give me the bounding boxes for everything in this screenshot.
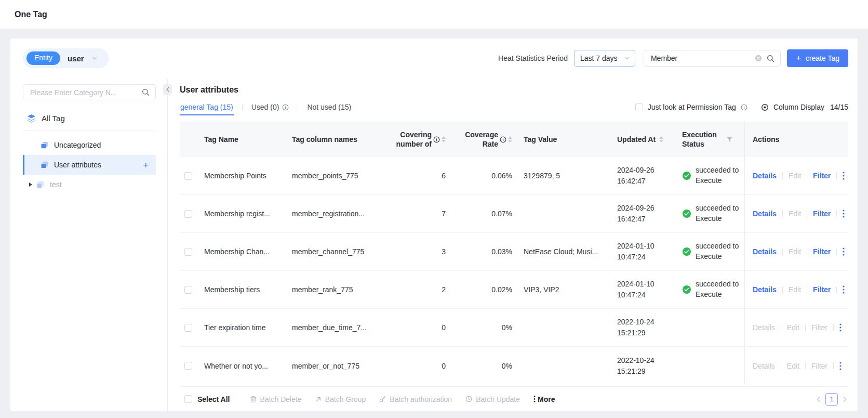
action-divider: [781, 324, 781, 331]
filter-link[interactable]: Filter: [813, 285, 831, 294]
sort-control[interactable]: [508, 136, 512, 142]
caret-right-icon[interactable]: [29, 182, 32, 187]
column-display-control[interactable]: Column Display 14/15: [761, 103, 848, 111]
coverage-rate-cell: 0%: [446, 362, 512, 370]
table-row: Membership regist... member_registration…: [180, 195, 848, 233]
covering-number-cell: 2: [380, 285, 446, 294]
chevron-left-icon: [166, 87, 170, 92]
tag-value-cell: 3129879, 5: [512, 172, 606, 180]
permission-label: Just look at Permission Tag: [648, 103, 736, 111]
execution-status-badge: succeeded to Execute: [682, 279, 744, 299]
row-more-actions-icon[interactable]: [843, 210, 845, 218]
clear-icon[interactable]: [755, 55, 762, 62]
details-link[interactable]: Details: [753, 247, 777, 256]
edit-link: Edit: [787, 323, 799, 332]
sidebar-item-all-tag[interactable]: All Tag: [27, 114, 156, 123]
tag-name-cell: Membership tiers: [200, 285, 284, 294]
row-actions: Details Edit Filter: [744, 347, 848, 385]
filter-link[interactable]: Filter: [813, 210, 831, 218]
updated-date: 2022-10-24: [617, 317, 671, 328]
page-number[interactable]: 1: [825, 393, 838, 406]
execution-status-cell: succeeded to Execute: [671, 165, 744, 186]
info-icon[interactable]: [741, 104, 747, 111]
sort-control[interactable]: [442, 136, 446, 142]
sidebar-item-user-attributes[interactable]: User attributes +: [23, 155, 156, 175]
table-row: Tier expiration time member_due_time_7..…: [180, 309, 848, 347]
row-more-actions-icon[interactable]: [839, 323, 842, 332]
details-link[interactable]: Details: [753, 172, 777, 180]
covering-number-cell: 0: [380, 362, 446, 370]
clock-icon: [465, 396, 472, 402]
tab-not-used[interactable]: Not used (15): [306, 102, 352, 115]
page-body: Entity user Heat Statistics Period Last …: [0, 29, 868, 418]
coverage-rate-cell: 0.03%: [446, 247, 512, 256]
entity-value: user: [68, 54, 84, 63]
filter-row: Entity user Heat Statistics Period Last …: [23, 48, 848, 69]
tag-name-cell: Membership regist...: [200, 210, 284, 218]
key-icon: [379, 396, 386, 402]
select-all-checkbox[interactable]: [184, 395, 192, 403]
row-more-actions-icon[interactable]: [839, 362, 842, 370]
tab-used[interactable]: Used (0): [251, 102, 290, 115]
sidebar-item-uncategorized[interactable]: Uncategorized: [23, 135, 156, 155]
col-header-coverage-rate: Coverage Rate: [446, 130, 512, 149]
batch-group-button: Batch Group: [315, 395, 366, 403]
collapse-sidebar-button[interactable]: [163, 84, 172, 95]
details-link[interactable]: Details: [753, 210, 777, 218]
info-icon[interactable]: [282, 104, 289, 111]
info-icon[interactable]: [433, 136, 440, 143]
execution-status-text: succeeded to Execute: [696, 241, 743, 262]
permission-checkbox[interactable]: [635, 103, 643, 111]
filter-link[interactable]: Filter: [813, 172, 831, 180]
covering-number-cell: 7: [380, 210, 446, 218]
row-checkbox[interactable]: [184, 286, 192, 294]
table-row: Membership tiers member_rank_775 2 0.02%…: [180, 271, 848, 309]
execution-status-badge: succeeded to Execute: [682, 165, 744, 186]
edit-link: Edit: [789, 285, 801, 294]
entity-selector[interactable]: Entity user: [23, 48, 109, 68]
success-check-icon: [682, 171, 691, 180]
updated-at-cell: 2022-10-24 15:21:29: [606, 317, 671, 338]
action-divider: [833, 324, 834, 331]
coverage-rate-cell: 0.06%: [446, 172, 512, 180]
execution-status-badge: succeeded to Execute: [682, 241, 744, 262]
row-actions: Details Edit Filter: [744, 271, 848, 308]
row-checkbox[interactable]: [184, 172, 192, 180]
heat-period-select[interactable]: Last 7 days: [574, 50, 635, 67]
row-more-actions-icon[interactable]: [843, 285, 845, 294]
batch-authorization-button: Batch authorization: [379, 395, 452, 403]
more-button[interactable]: More: [533, 395, 555, 403]
row-checkbox[interactable]: [184, 248, 192, 256]
updated-at-cell: 2022-10-24 15:21:29: [606, 355, 671, 377]
execution-status-cell: [671, 323, 744, 332]
info-icon[interactable]: [500, 136, 506, 143]
search-icon[interactable]: [767, 55, 774, 62]
filter-link[interactable]: Filter: [813, 247, 831, 256]
tab-general-tag[interactable]: general Tag (15): [180, 102, 234, 115]
tag-search-input[interactable]: [650, 54, 750, 63]
next-page-button[interactable]: [843, 396, 847, 402]
execution-status-cell: succeeded to Execute: [671, 241, 744, 262]
create-tag-button[interactable]: + create Tag: [787, 49, 848, 67]
prev-page-button[interactable]: [816, 396, 821, 402]
table-footer: Select All Batch Delete Batch Group: [180, 386, 848, 411]
row-checkbox[interactable]: [184, 324, 192, 332]
details-link[interactable]: Details: [753, 285, 777, 294]
filter-funnel-icon[interactable]: [726, 136, 733, 143]
table-body: Membership Points member_points_775 6 0.…: [180, 157, 848, 385]
row-more-actions-icon[interactable]: [843, 172, 845, 180]
sort-control[interactable]: [659, 136, 663, 142]
add-category-icon[interactable]: +: [143, 160, 149, 170]
heat-period-label: Heat Statistics Period: [498, 54, 568, 62]
tab-separator: [242, 103, 243, 111]
row-checkbox[interactable]: [184, 210, 192, 218]
search-icon[interactable]: [142, 88, 150, 96]
sidebar-item-test[interactable]: test: [23, 175, 156, 194]
row-checkbox[interactable]: [184, 362, 192, 370]
execution-status-cell: [671, 361, 744, 371]
category-search-input[interactable]: [29, 88, 139, 97]
arrow-up-right-icon: [315, 396, 322, 402]
category-icon: [41, 161, 48, 169]
row-more-actions-icon[interactable]: [843, 247, 845, 256]
updated-time: 15:21:29: [617, 328, 671, 338]
